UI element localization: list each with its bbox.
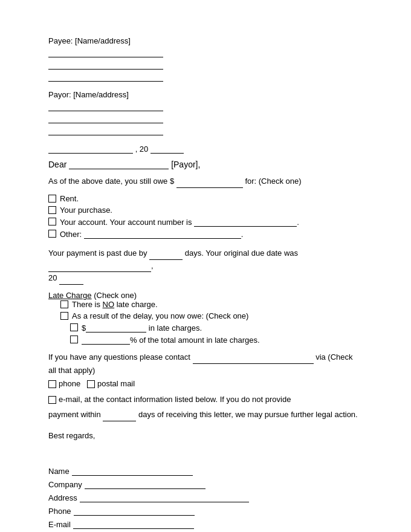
- days-text: days of receiving this letter, we may pu…: [138, 410, 358, 419]
- original-due-date-field: [48, 262, 151, 272]
- payor-section: Payor: [Name/address]: [48, 90, 363, 135]
- dear-text: Dear: [48, 160, 66, 169]
- date-section: , 20: [48, 144, 363, 154]
- year-due-field: [59, 275, 83, 285]
- owe-statement: As of the above date, you still owe $ fo…: [48, 175, 363, 188]
- name-sig-field: [72, 466, 193, 476]
- address-sig-field: [80, 493, 249, 502]
- no-underline-text: NO: [103, 300, 115, 309]
- other-checkbox[interactable]: [48, 230, 56, 238]
- owe-suffix: for: (Check one): [245, 177, 301, 186]
- email-inline-cb[interactable]: [48, 396, 56, 404]
- payee-line2: [48, 60, 163, 70]
- checkbox-account: Your account. Your account number is .: [48, 217, 363, 227]
- percent-late-row: % of the total amount in late charges.: [70, 335, 363, 345]
- no-late-charge-checkbox[interactable]: [60, 300, 68, 308]
- purchase-checkbox[interactable]: [48, 206, 56, 214]
- date-field: [48, 144, 133, 154]
- payee-label: Payee: [Name/address]: [48, 36, 363, 45]
- days-payment-field: [103, 412, 136, 421]
- percent-late-checkbox[interactable]: [70, 336, 78, 343]
- postal-checkbox[interactable]: [87, 380, 95, 388]
- phone-label: phone: [59, 377, 80, 391]
- payor-line2: [48, 114, 163, 123]
- payee-line3: [48, 72, 163, 82]
- checkbox-other: Other: .: [48, 229, 363, 239]
- delay-result-row: As a result of the delay, you now owe: (…: [60, 311, 363, 320]
- dollar-late-label: $ in late charges.: [82, 323, 202, 332]
- payee-address-block: [48, 48, 363, 82]
- salutation-line: Dear [Payor],: [48, 160, 363, 169]
- late-charge-label: Late Charge: [48, 291, 92, 300]
- payee-section: Payee: [Name/address]: [48, 36, 363, 82]
- postal-inline-checkbox: postal mail: [87, 377, 135, 391]
- past-due-section: Your payment is past due by days. Your o…: [48, 247, 363, 285]
- account-checkbox[interactable]: [48, 218, 56, 225]
- company-sig-line: Company: [48, 479, 363, 489]
- address-sig-line: Address: [48, 493, 363, 502]
- name-sig-line: Name: [48, 466, 363, 476]
- account-label: Your account. Your account number is .: [60, 217, 299, 227]
- dollar-late-row: $ in late charges.: [70, 323, 363, 332]
- payor-line1: [48, 102, 163, 111]
- late-charge-section: Late Charge (Check one) There is NO late…: [48, 291, 363, 345]
- percent-late-label: % of the total amount in late charges.: [82, 335, 260, 345]
- owe-text: As of the above date, you still owe $: [48, 177, 174, 186]
- email-inline-label: e-mail, at the contact information liste…: [59, 393, 291, 406]
- days-overdue-field: [149, 250, 183, 260]
- payor-line3: [48, 126, 163, 135]
- email-sig-line: E-mail: [48, 519, 363, 529]
- pastdue-text2: days. Your original due date was: [185, 248, 298, 258]
- name-sig-label: Name: [48, 467, 70, 476]
- phone-sig-label: Phone: [48, 507, 71, 516]
- payor-bracket: [Payor],: [171, 160, 200, 169]
- date-year-text: , 20: [135, 144, 149, 154]
- payee-line1: [48, 48, 163, 57]
- payment-text: payment within: [48, 410, 101, 419]
- document-page: Payee: [Name/address] Payor: [Name/addre…: [0, 0, 411, 532]
- purchase-label: Your purchase.: [60, 206, 112, 215]
- no-late-charge-row: There is NO late charge.: [60, 300, 363, 309]
- checkbox-purchase: Your purchase.: [48, 206, 363, 215]
- contact-text1: If you have any questions please contact: [48, 352, 190, 362]
- late-charge-check: (Check one): [94, 291, 137, 300]
- phone-inline-checkbox: phone: [48, 377, 80, 391]
- company-sig-label: Company: [48, 480, 82, 489]
- email-inline-checkbox: e-mail, at the contact information liste…: [48, 393, 291, 406]
- email-sig-field: [73, 519, 194, 529]
- postal-label: postal mail: [97, 377, 135, 391]
- dollar-late-checkbox[interactable]: [70, 323, 78, 331]
- checkbox-rent: Rent.: [48, 194, 363, 203]
- rent-label: Rent.: [60, 194, 79, 203]
- delay-result-checkbox[interactable]: [60, 312, 68, 320]
- year-field: [150, 144, 184, 154]
- email-sig-label: E-mail: [48, 520, 71, 529]
- delay-result-text: As a result of the delay, you now owe: (…: [72, 311, 248, 320]
- company-sig-field: [85, 479, 206, 489]
- pastdue-text1: Your payment is past due by: [48, 248, 147, 258]
- phone-checkbox[interactable]: [48, 380, 56, 388]
- payor-address-block: [48, 102, 363, 135]
- name-fill-field: [69, 160, 169, 169]
- pastdue-text3: 20: [48, 273, 57, 282]
- late-charge-header: Late Charge (Check one): [48, 291, 363, 300]
- reason-checkboxes: Rent. Your purchase. Your account. Your …: [48, 194, 363, 239]
- rent-checkbox[interactable]: [48, 195, 56, 203]
- contact-section: If you have any questions please contact…: [48, 351, 363, 421]
- no-late-text: There is NO late charge.: [72, 300, 158, 309]
- signature-section: Name Company Address Phone E-mail: [48, 466, 363, 529]
- best-regards-text: Best regards,: [48, 430, 363, 442]
- payor-label: Payor: [Name/address]: [48, 90, 363, 99]
- amount-field: [176, 178, 243, 188]
- other-label: Other: .: [60, 229, 243, 239]
- phone-sig-field: [74, 506, 195, 516]
- phone-sig-line: Phone: [48, 506, 363, 516]
- address-sig-label: Address: [48, 493, 77, 502]
- best-regards-section: Best regards,: [48, 430, 363, 442]
